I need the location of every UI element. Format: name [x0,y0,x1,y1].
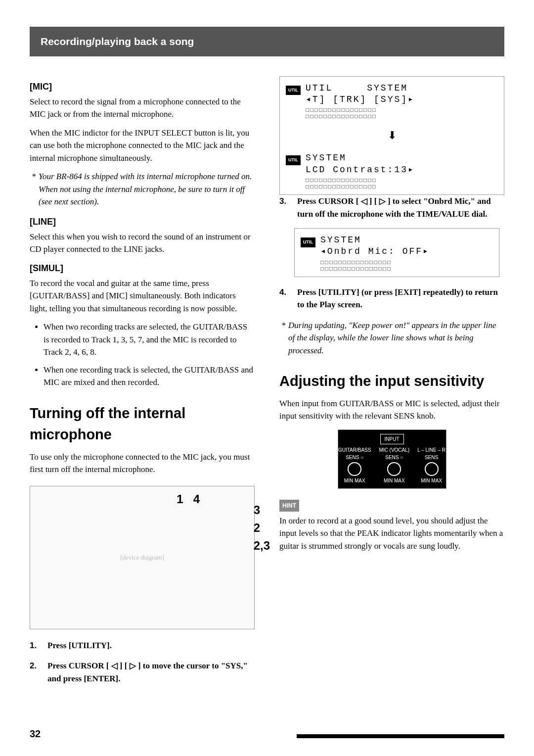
panel-min2: MIN MAX [379,477,409,484]
knob-icon [425,462,439,476]
lcd2-grid2 [306,185,415,189]
step-4: 4. Press [UTILITY] (or press [EXIT] repe… [279,286,504,311]
lcd2-grid [306,179,415,182]
panel-min1: MIN MAX [338,477,371,484]
step-3-num: 3. [279,195,291,220]
panel-sens1: SENS ○ [338,454,371,461]
lcd1-line2: ◂T] [TRK] [SYS]▸ [306,94,415,105]
lcd-figure-2: UTIL SYSTEM LCD Contrast:13▸ [280,146,504,194]
adjust-heading: Adjusting the input sensitivity [279,371,504,392]
mic-note: Your BR-864 is shipped with its internal… [30,170,255,208]
device-placeholder: [device diagram] [120,553,164,563]
panel-sens2: SENS ○ [379,454,409,461]
step-3: 3. Press CURSOR [ ◁ ] [ ▷ ] to select "O… [279,195,504,220]
util-badge-3: UTIL [301,237,315,247]
step-2-text: Press CURSOR [ ◁ ] [ ▷ ] to move the cur… [47,660,255,685]
mic-heading: [MIC] [30,80,255,94]
lcd1-grid [306,108,415,112]
lcd3-grid [320,261,430,264]
lcd3-line1: SYSTEM [320,235,430,246]
panel-title: INPUT [380,434,404,444]
callout-23: 2,3 [254,537,270,555]
simul-bullets: When two recording tracks are selected, … [30,321,255,389]
steps-list-right: 3. Press CURSOR [ ◁ ] [ ▷ ] to select "O… [279,195,504,220]
right-column: UTIL UTIL SYSTEM ◂T] [TRK] [SYS]▸ ⬇ UTIL… [279,76,504,693]
lcd3-grid2 [320,267,430,271]
simul-p1: To record the vocal and guitar at the sa… [30,277,255,315]
knob-icon [348,462,361,476]
lcd1-line1: UTIL SYSTEM [306,83,415,94]
callout-2: 2 [254,519,270,537]
hint-badge: HINT [279,500,299,512]
lcd2-line2: LCD Contrast:13▸ [306,164,415,176]
sens-panel-figure: INPUT GUITAR/BASS SENS ○ MIN MAX MIC (VO… [338,429,446,489]
steps-list-left: 1. Press [UTILITY]. 2. Press CURSOR [ ◁ … [30,639,255,685]
hint-text: In order to record at a good sound level… [279,515,504,553]
panel-sens3: SENS [417,454,445,461]
simul-b1: When two recording tracks are selected, … [44,321,255,359]
panel-mic: MIC (VOCAL) [379,446,409,454]
figure-side-callouts: 3 2 2,3 [254,501,270,555]
util-badge: UTIL [286,86,301,95]
figure-top-callouts: 1 4 [177,490,200,508]
step-2: 2. Press CURSOR [ ◁ ] [ ▷ ] to move the … [30,660,255,685]
lcd3-line2: ◂Onbrd Mic: OFF▸ [320,246,430,257]
left-column: [MIC] Select to record the signal from a… [30,76,255,693]
turnoff-heading: Turning off the internal microphone [30,403,255,446]
util-badge-2: UTIL [286,155,301,165]
section-header: Recording/playing back a song [30,27,504,56]
line-p1: Select this when you wish to record the … [30,231,255,256]
step-1-text: Press [UTILITY]. [47,639,112,652]
step-1: 1. Press [UTILITY]. [30,639,255,652]
simul-heading: [SIMUL] [30,262,255,275]
device-figure: [device diagram] 1 4 3 2 2,3 [30,486,255,629]
lcd-figure-1: UTIL UTIL SYSTEM ◂T] [TRK] [SYS]▸ [280,77,504,125]
step-2-num: 2. [30,660,42,685]
lcd-stack: UTIL UTIL SYSTEM ◂T] [TRK] [SYS]▸ ⬇ UTIL… [279,76,504,195]
mic-p2: When the MIC indictor for the INPUT SELE… [30,127,255,165]
steps-list-right-2: 4. Press [UTILITY] (or press [EXIT] repe… [279,286,504,311]
footer-bar [297,734,504,738]
lcd1-grid2 [306,115,415,118]
step-4-text: Press [UTILITY] (or press [EXIT] repeate… [297,286,504,311]
right-note: During updating, "Keep power on!" appear… [279,319,504,357]
step-3-text: Press CURSOR [ ◁ ] [ ▷ ] to select "Onbr… [297,195,504,220]
panel-min3: MIN MAX [417,477,445,484]
step-1-num: 1. [30,639,42,652]
page-number: 32 [30,726,41,741]
lcd2-line1: SYSTEM [306,152,415,164]
panel-line: L – LINE – R [417,446,445,454]
knob-icon [387,462,401,476]
simul-b2: When one recording track is selected, th… [44,364,255,389]
callout-1: 1 [177,492,183,506]
two-column-layout: [MIC] Select to record the signal from a… [0,76,534,693]
callout-4: 4 [193,492,200,506]
callout-3: 3 [254,501,270,519]
down-arrow-icon: ⬇ [280,124,504,146]
turnoff-p1: To use only the microphone connected to … [30,451,255,476]
step-4-num: 4. [279,286,291,311]
lcd-figure-3: UTIL SYSTEM ◂Onbrd Mic: OFF▸ [294,228,499,277]
mic-p1: Select to record the signal from a micro… [30,95,255,121]
panel-guitar: GUITAR/BASS [338,446,371,454]
line-heading: [LINE] [30,215,255,229]
adjust-p1: When input from GUITAR/BASS or MIC is se… [279,397,504,423]
